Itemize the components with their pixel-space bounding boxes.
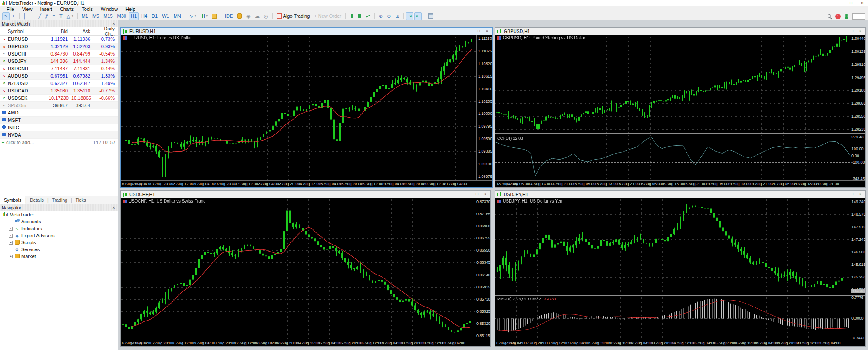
bar-chart-mode-button[interactable] — [348, 12, 355, 20]
menu-view[interactable]: View — [18, 6, 36, 12]
signals-button[interactable]: ◉ — [244, 12, 252, 20]
search-icon[interactable] — [828, 14, 832, 19]
market-button[interactable] — [235, 12, 244, 20]
market-watch-row-nzdusd[interactable]: ↗NZDUSD0.623270.623471.49% — [0, 80, 118, 87]
price-chart-canvas[interactable] — [495, 198, 850, 294]
channel-tool-button[interactable]: ∥ — [44, 12, 50, 20]
price-chart[interactable]: EURUSD, H1: Euro vs US Dollar 1.112301.1… — [121, 35, 492, 187]
indicators-button[interactable]: ▾ — [199, 12, 210, 20]
panel-splitter[interactable] — [495, 294, 865, 296]
market-watch-row-usdjpy[interactable]: ↗USDJPY144.336144.444-1.34% — [0, 58, 118, 65]
expand-icon[interactable]: + — [9, 234, 13, 238]
timeframe-mn-button[interactable]: MN — [172, 12, 183, 20]
market-watch-row-msft[interactable]: MSFT — [0, 117, 118, 124]
shapes-tool-button[interactable]: △▾ — [65, 12, 75, 20]
app-maximize-button[interactable]: □ — [845, 0, 857, 6]
vertical-line-tool-button[interactable]: │ — [22, 12, 28, 20]
menu-insert[interactable]: Insert — [36, 6, 56, 12]
price-chart-canvas[interactable] — [495, 35, 850, 133]
timeframe-h1-button[interactable]: H1 — [129, 12, 139, 20]
app-close-button[interactable]: × — [857, 0, 868, 6]
tab-symbols[interactable]: Symbols — [0, 196, 25, 204]
column-ask[interactable]: Ask — [69, 29, 92, 34]
chart-window-usdchf[interactable]: USDCHF,H1 ─ □ × USDCHF, H1: US Dollar vs… — [120, 190, 491, 347]
market-watch-row-usdchf[interactable]: •USDCHF0.847600.84799-0.54% — [0, 50, 118, 58]
close-icon[interactable]: × — [857, 28, 864, 34]
minimize-icon[interactable]: ─ — [840, 191, 848, 197]
app-minimize-button[interactable]: ─ — [834, 0, 845, 6]
vps-button[interactable]: ◎ — [262, 12, 270, 20]
timeframe-m15-button[interactable]: M15 — [102, 12, 114, 20]
zoom-in-button[interactable]: ⊕ — [377, 12, 384, 20]
cloud-button[interactable]: ☁ — [253, 12, 261, 20]
price-chart[interactable]: USDJPY, H1: US Dollar vs Yen 149.240148.… — [495, 198, 865, 346]
chart-shift-button[interactable]: ⇤ — [414, 12, 422, 20]
timeframe-m5-button[interactable]: M5 — [91, 12, 101, 20]
menu-charts[interactable]: Charts — [56, 6, 78, 12]
navigator-item-services[interactable]: ⚙Services — [0, 246, 118, 253]
indicator-panel-canvas[interactable] — [495, 296, 850, 340]
market-watch-row-eurusd[interactable]: ↘EURUSD1.119211.119360.73% — [0, 36, 118, 43]
zoom-out-button[interactable]: ⊖ — [385, 12, 393, 20]
line-studies-button[interactable]: ∿▾ — [188, 12, 198, 20]
maximize-icon[interactable]: □ — [473, 191, 481, 197]
indicator-panel-canvas[interactable] — [495, 135, 850, 180]
close-icon[interactable]: × — [111, 22, 116, 26]
objects-list-button[interactable] — [210, 12, 218, 20]
timeframe-m30-button[interactable]: M30 — [116, 12, 128, 20]
tab-ticks[interactable]: Ticks — [72, 196, 89, 204]
expand-icon[interactable]: + — [9, 241, 13, 245]
maximize-icon[interactable]: □ — [475, 28, 482, 34]
navigator-item-indicators[interactable]: +∿Indicators — [0, 225, 118, 232]
market-watch-row-usdcad[interactable]: ↘USDCAD1.350801.35110-0.77% — [0, 87, 118, 95]
depth-of-market-button[interactable] — [426, 12, 435, 20]
close-icon[interactable]: × — [482, 191, 489, 197]
expand-icon[interactable]: + — [9, 227, 13, 231]
tab-details[interactable]: Details — [26, 196, 47, 204]
trendline-tool-button[interactable]: ╱ — [36, 12, 43, 20]
menu-help[interactable]: Help — [122, 6, 139, 12]
market-watch-row-usdsek[interactable]: ↗USDSEK10.1723010.18865-0.66% — [0, 95, 118, 102]
equidistant-tool-button[interactable]: ≡ — [50, 12, 56, 20]
chart-window-titlebar[interactable]: EURUSD,H1 ─ □ × — [121, 28, 492, 35]
tab-trading[interactable]: Trading — [49, 196, 71, 204]
text-tool-button[interactable]: T — [58, 12, 64, 20]
pointer-tool-button[interactable]: ↖ — [2, 12, 10, 20]
market-watch-row-usdcnh[interactable]: ↘USDCNH7.114877.11831-0.44% — [0, 65, 118, 72]
timeframe-d1-button[interactable]: D1 — [150, 12, 159, 20]
timeframe-h4-button[interactable]: H4 — [139, 12, 149, 20]
navigator-item-accounts[interactable]: Accounts — [0, 218, 118, 225]
auto-scroll-button[interactable]: ⇥ — [406, 12, 413, 20]
menu-file[interactable]: File — [3, 6, 18, 12]
chart-window-titlebar[interactable]: USDJPY,H1 ─ □ × — [495, 191, 865, 198]
market-watch-row-intc[interactable]: INTC — [0, 124, 118, 131]
market-watch-row-audusd[interactable]: ↘AUDUSD0.679510.679821.33% — [0, 72, 118, 80]
ide-button[interactable]: IDE — [223, 12, 234, 20]
horizontal-line-tool-button[interactable]: ─ — [29, 12, 36, 20]
navigator-item-expert-advisors[interactable]: +◆Expert Advisors — [0, 232, 118, 239]
navigator-item-market[interactable]: +Market — [0, 253, 118, 260]
search-input[interactable] — [852, 13, 865, 20]
close-icon[interactable]: × — [483, 28, 491, 34]
chart-window-usdjpy[interactable]: USDJPY,H1 ─ □ × USDJPY, H1: US Dollar vs… — [495, 190, 866, 347]
crosshair-tool-button[interactable]: + — [10, 12, 17, 20]
navigator-item-scripts[interactable]: +Scripts — [0, 239, 118, 246]
price-chart[interactable]: GBPUSD, H1: Pound Sterling vs US Dollar … — [495, 35, 865, 187]
candle-chart-mode-button[interactable] — [356, 12, 363, 20]
close-icon[interactable]: × — [111, 206, 116, 210]
column-bid[interactable]: Bid — [47, 29, 69, 34]
market-watch-row-amd[interactable]: AMD — [0, 109, 118, 117]
panel-splitter[interactable] — [495, 133, 865, 135]
minimize-icon[interactable]: ─ — [467, 28, 474, 34]
algo-trading-button[interactable]: Algo Trading — [275, 12, 312, 20]
chart-window-eurusd[interactable]: EURUSD,H1 ─ □ × EURUSD, H1: Euro vs US D… — [120, 27, 493, 188]
column-daily-change[interactable]: Daily Ch... — [92, 26, 116, 36]
account-status-icon[interactable] — [844, 14, 849, 19]
menu-tools[interactable]: Tools — [78, 6, 97, 12]
new-order-button[interactable]: +New Order — [312, 12, 343, 20]
price-chart-canvas[interactable] — [121, 198, 475, 340]
navigator-item-metatrader[interactable]: MetaTrader — [0, 211, 118, 218]
price-chart[interactable]: USDCHF, H1: US Dollar vs Swiss Franc 0.8… — [121, 198, 490, 346]
close-icon[interactable]: × — [857, 191, 864, 197]
column-symbol[interactable]: Symbol — [6, 29, 47, 34]
